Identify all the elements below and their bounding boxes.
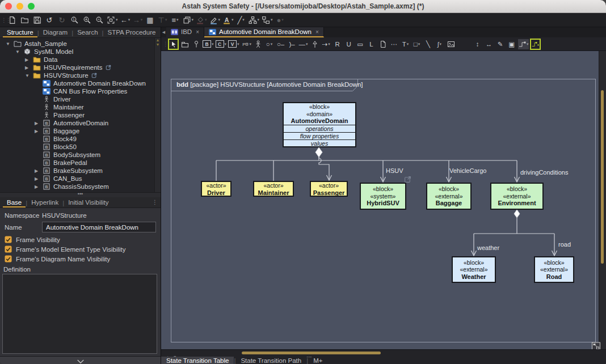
l-connector-tool-button[interactable]: L	[367, 39, 376, 49]
tree-item-hsuvrequirements[interactable]: ▶HSUVRequirements	[0, 64, 161, 71]
dropdown-arrow-icon[interactable]: ▾	[237, 42, 239, 46]
tree-item-chassissubsystem[interactable]: ▶BChassisSubsystem	[0, 183, 161, 191]
dropdown-arrow-icon[interactable]: ▾	[328, 42, 330, 46]
block-passenger[interactable]: «actor»Passenger	[310, 181, 348, 197]
generalization-tool-button[interactable]	[310, 39, 319, 49]
expander-icon[interactable]: ▶	[33, 184, 43, 189]
dropdown-arrow-icon[interactable]: ▾	[176, 18, 179, 22]
role-name-label-hsuv[interactable]: HSUV	[386, 167, 403, 174]
block-hybridsuv[interactable]: «block»«system»HybridSUV	[360, 183, 406, 210]
provided-interface-tool-button[interactable]: ○–	[276, 39, 285, 49]
block-baggage[interactable]: «block»«external»Baggage	[426, 183, 472, 210]
fit-to-window-button[interactable]: ▾	[106, 14, 119, 26]
actor-tool-button[interactable]	[253, 39, 263, 49]
dropdown-arrow-icon[interactable]: ▾	[281, 18, 284, 22]
dropdown-arrow-icon[interactable]: ▾	[440, 42, 442, 46]
block-weather[interactable]: «block»«external»Weather	[452, 256, 496, 283]
expander-icon[interactable]: ▼	[14, 49, 23, 54]
collapse-sidebar-arrow[interactable]: ◀	[161, 27, 166, 37]
connector-tool-button[interactable]: ▾	[518, 39, 529, 49]
fill-color-button[interactable]: ▾	[195, 14, 208, 26]
dependency-tool-button[interactable]: ⇢▾	[321, 39, 331, 49]
tab-diagram[interactable]: Diagram	[39, 28, 71, 37]
zoom-actual-button[interactable]: 1	[69, 14, 80, 26]
name-input[interactable]: Automotive Domain BreakDown	[42, 222, 156, 232]
tree-item-sysml-model[interactable]: ▼SysML Model	[0, 48, 161, 56]
dropdown-arrow-icon[interactable]: ▾	[218, 18, 221, 22]
close-tab-icon[interactable]: ×	[315, 29, 319, 35]
tab-stpa-procedure[interactable]: STPA Procedure	[104, 28, 160, 37]
expander-icon[interactable]: ▶	[33, 168, 43, 173]
zoom-in-button[interactable]	[81, 14, 92, 26]
diagram-tab-ibd[interactable]: IBD×	[166, 27, 204, 37]
text-tool-button[interactable]: T▾	[401, 39, 410, 49]
nav-back-button[interactable]: ←▾	[120, 14, 131, 26]
property-menu-icon[interactable]: ⋮	[152, 199, 158, 205]
line-tool-button[interactable]: ╲	[423, 39, 433, 49]
dropdown-arrow-icon[interactable]: ▾	[205, 18, 207, 22]
dropdown-arrow-icon[interactable]: ▾	[242, 18, 245, 22]
collapse-panel-button[interactable]	[0, 356, 161, 364]
anchor-tool-button[interactable]: ⋯	[389, 39, 399, 49]
usage-tool-button[interactable]: U	[344, 39, 354, 49]
dropdown-arrow-icon[interactable]: ▾	[192, 18, 194, 22]
item-flow-tool-button[interactable]: ▭	[355, 39, 365, 49]
image-tool-button[interactable]	[446, 39, 456, 49]
role-name-label-vehiclecargo[interactable]: VehicleCargo	[449, 167, 486, 174]
role-name-label-road[interactable]: road	[558, 241, 571, 248]
bottom-tab-state-transition-path[interactable]: State Transition Path	[235, 357, 306, 364]
block-environment[interactable]: «block»«external»Environment	[490, 183, 544, 210]
line-style-button[interactable]: ╱▾	[235, 14, 247, 26]
expander-icon[interactable]: ▶	[33, 129, 43, 134]
realization-tool-button[interactable]: R	[333, 39, 342, 49]
auto-create-tool-button[interactable]	[531, 39, 540, 49]
tree-item-driver[interactable]: Driver	[0, 95, 161, 103]
block-maintainer[interactable]: «actor»Maintainer	[253, 181, 294, 197]
expander-icon[interactable]: ▶	[33, 121, 43, 126]
select-tool-button[interactable]	[169, 39, 178, 49]
diagram-grid-button[interactable]: ▦	[145, 14, 156, 26]
dropdown-arrow-icon[interactable]: ▾	[128, 18, 131, 22]
close-tab-icon[interactable]: ×	[196, 29, 199, 35]
minimize-window-button[interactable]	[16, 3, 23, 10]
expander-icon[interactable]: ▶	[33, 176, 43, 181]
property-tab-hyperlink[interactable]: Hyperlink	[27, 198, 62, 208]
hierarchy-view-button[interactable]: ▾	[248, 14, 260, 26]
align-top-button[interactable]: ⊤▾	[157, 14, 169, 26]
rect-tool-button[interactable]: □▾	[412, 39, 422, 49]
bottom-tab-state-transition-table[interactable]: State Transition Table	[161, 357, 234, 364]
block-driver[interactable]: «actor»Driver	[201, 181, 232, 197]
checkbox-checked-icon[interactable]	[5, 236, 12, 243]
dropdown-arrow-icon[interactable]: ▾	[165, 18, 167, 22]
tree-scrollbar[interactable]: ▲▼	[154, 38, 161, 192]
birdseye-view-button[interactable]	[591, 342, 601, 349]
required-interface-tool-button[interactable]: )–	[287, 39, 297, 49]
property-tab-initial-visibility[interactable]: Initial Visibility	[64, 198, 112, 208]
vertical-scrollbar-thumb[interactable]	[601, 90, 604, 264]
block-road[interactable]: «block»«external»Road	[534, 256, 574, 283]
dropdown-arrow-icon[interactable]: ▾	[271, 18, 273, 22]
tree-item-automotive-domain-breakdown[interactable]: Automotive Domain BreakDown	[0, 79, 161, 87]
tree-item-data[interactable]: ▶Data	[0, 56, 161, 64]
tree-item-hsuvstructure[interactable]: ▼HSUVStructure	[0, 71, 161, 79]
expander-icon[interactable]: ▶	[24, 57, 33, 62]
tree-item-bodysubsystem[interactable]: BBodySubsystem	[0, 151, 161, 159]
v-distribute-tool-button[interactable]: ↕	[473, 39, 482, 49]
bottom-tab-m-[interactable]: M+	[308, 357, 327, 364]
tab-structure[interactable]: Structure	[3, 28, 37, 37]
h-distribute-tool-button[interactable]: ↔	[484, 39, 494, 49]
line-color-button[interactable]: ▾	[209, 14, 221, 26]
block-automotivedomain[interactable]: «block»«domain»AutomotiveDomainoperation…	[283, 102, 356, 147]
expander-icon[interactable]: ▼	[24, 73, 33, 78]
freehand-tool-button[interactable]: ʃ▾	[435, 39, 444, 49]
note-tool-button[interactable]	[378, 39, 388, 49]
zoom-out-button[interactable]	[94, 14, 105, 26]
tree-item-automotivedomain[interactable]: ▶BAutomotiveDomain	[0, 119, 161, 127]
dropdown-arrow-icon[interactable]: ▾	[141, 18, 143, 22]
checkbox-checked-icon[interactable]	[5, 246, 12, 253]
port-tool-button[interactable]: P▾	[241, 39, 252, 49]
new-file-button[interactable]	[6, 14, 18, 26]
interface-tool-button[interactable]: ○▾	[264, 39, 274, 49]
property-tab-base[interactable]: Base	[3, 198, 26, 208]
diagram-canvas[interactable]: bdd [package] HSUVStructure [Automotive …	[161, 51, 606, 349]
